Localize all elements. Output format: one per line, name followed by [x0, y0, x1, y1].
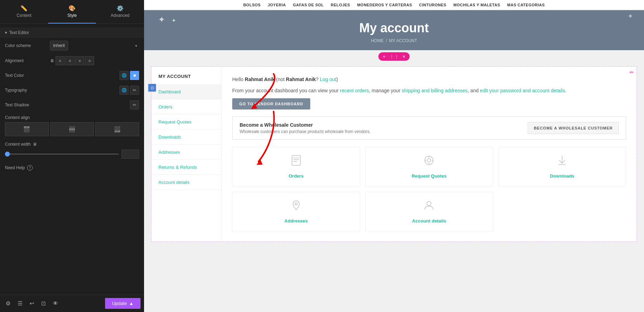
card-request-quotes[interactable]: Request Quotes	[365, 147, 493, 186]
align-center-btn[interactable]: ≡	[65, 56, 74, 65]
quotes-card-label: Request Quotes	[412, 173, 447, 179]
content-width-section: Content width 🖥	[0, 139, 144, 161]
align-left-btn[interactable]: ≡	[56, 56, 65, 65]
color-scheme-select[interactable]: Inherit	[50, 41, 68, 51]
update-btn-label: Update	[112, 301, 127, 306]
tab-content[interactable]: ✏️ Content	[0, 0, 48, 24]
sidebar-item-orders[interactable]: Orders	[151, 99, 221, 114]
vendor-dashboard-button[interactable]: GO TO VENDOR DASHBOARD	[232, 98, 310, 109]
vendor-btn-label: GO TO VENDOR DASHBOARD	[239, 102, 303, 106]
text-color-global-btn[interactable]: 🌐	[119, 71, 129, 80]
nav-cinturones[interactable]: CINTURONES	[419, 3, 447, 7]
left-panel: ✏️ Content 🎨 Style ⚙️ Advanced ▾ Text Ed…	[0, 0, 144, 312]
card-addresses[interactable]: Addresses	[232, 192, 360, 231]
downloads-card-icon	[506, 154, 619, 169]
sidebar-link-downloads[interactable]: Downloads	[158, 134, 181, 140]
wholesale-box: Become a Wholesale Customer Wholesale cu…	[232, 117, 626, 140]
desc-text: From your account dashboard you can view…	[232, 88, 340, 93]
typography-global-btn[interactable]: 🌐	[119, 86, 129, 95]
content-width-slider[interactable]	[5, 153, 119, 155]
content-align-top[interactable]	[5, 122, 49, 136]
content-width-text: Content width	[5, 142, 31, 147]
sidebar-item-addresses[interactable]: Addresses	[151, 145, 221, 160]
edit-pencil-icon[interactable]: ✏	[630, 69, 634, 75]
typography-label: Typography	[5, 88, 47, 93]
elementor-add-icon[interactable]: +	[383, 54, 385, 59]
nav-mas-cat[interactable]: MAS CATEGORIAS	[507, 3, 545, 7]
site-content: ⊡ MY ACCOUNT Dashboard Orders	[144, 63, 644, 312]
align-right-btn[interactable]: ≡	[75, 56, 84, 65]
text-color-picker-btn[interactable]: ■	[130, 71, 139, 80]
content-align-bottom[interactable]	[95, 122, 139, 136]
elementor-close-icon[interactable]: ×	[403, 54, 405, 59]
text-color-control: 🌐 ■	[50, 71, 139, 80]
logout-link[interactable]: Log out	[320, 77, 337, 82]
content-width-value[interactable]	[122, 150, 139, 159]
preview-footer-icon[interactable]: 👁	[51, 298, 60, 309]
recent-orders-link[interactable]: recent orders	[340, 88, 369, 93]
question-text: ?	[316, 77, 320, 82]
period-text: .	[565, 88, 566, 93]
card-downloads[interactable]: Downloads	[498, 147, 626, 186]
align-justify-btn[interactable]: ≡	[85, 56, 94, 65]
wholesale-title: Become a Wholesale Customer	[240, 122, 371, 128]
layers-footer-icon[interactable]: ☰	[15, 298, 25, 309]
nav-bolsos[interactable]: BOLSOS	[243, 3, 260, 7]
card-orders[interactable]: Orders	[232, 147, 360, 186]
advanced-icon: ⚙️	[117, 5, 124, 12]
content-width-label: Content width 🖥	[5, 142, 139, 147]
help-icon[interactable]: ?	[27, 165, 33, 171]
elementor-toolbar-inner: + ⋮⋮ ×	[378, 52, 409, 61]
section-arrow: ▾	[5, 30, 7, 35]
alignment-control: 🖥 ≡ ≡ ≡ ≡	[50, 56, 139, 65]
wholesale-cta-button[interactable]: BECOME A WHOLESALE CUSTOMER	[528, 122, 619, 134]
nav-joyeria[interactable]: JOYERIA	[268, 3, 286, 7]
site-navigation: BOLSOS JOYERIA GAFAS DE SOL RELOJES MONE…	[144, 0, 644, 10]
nav-gafas[interactable]: GAFAS DE SOL	[293, 3, 324, 7]
sidebar-item-downloads[interactable]: Downloads	[151, 130, 221, 145]
responsive-footer-icon[interactable]: ⊡	[39, 298, 48, 309]
not-text: (not	[275, 77, 286, 82]
nav-mochilas[interactable]: MOCHILAS Y MALETAS	[453, 3, 500, 7]
sidebar-link-dashboard[interactable]: Dashboard	[158, 89, 181, 94]
typography-control: 🌐 ✏	[50, 86, 139, 95]
section-title[interactable]: ▾ Text Editor	[0, 27, 144, 38]
tab-advanced[interactable]: ⚙️ Advanced	[96, 0, 144, 24]
card-account-details[interactable]: Account details	[365, 192, 493, 231]
edit-password-link[interactable]: edit your password and account details	[480, 88, 565, 93]
content-align-middle[interactable]	[50, 122, 94, 136]
breadcrumb-home: HOME	[371, 38, 384, 43]
nav-monederos[interactable]: MONEDEROS Y CARTERAS	[357, 3, 412, 7]
style-icon: 🎨	[69, 5, 76, 12]
content-align-options	[5, 122, 139, 136]
and-text: , and	[468, 88, 480, 93]
sidebar-link-returns[interactable]: Returns & Refunds	[158, 165, 197, 170]
sidebar-link-orders[interactable]: Orders	[158, 104, 173, 109]
sidebar-item-dashboard[interactable]: Dashboard	[151, 84, 221, 99]
sparkle-1: ✦	[158, 15, 165, 25]
edit-column-btn[interactable]: ⊡	[148, 84, 156, 92]
update-chevron-icon: ▲	[129, 301, 134, 306]
text-shadow-edit-btn[interactable]: ✏	[130, 100, 139, 109]
panel-tabs: ✏️ Content 🎨 Style ⚙️ Advanced	[0, 0, 144, 24]
nav-relojes[interactable]: RELOJES	[331, 3, 350, 7]
sidebar-title: MY ACCOUNT	[151, 74, 221, 84]
account-sidebar: MY ACCOUNT Dashboard Orders Request Quot…	[151, 67, 222, 241]
shipping-billing-link[interactable]: shipping and billing addresses	[402, 88, 468, 93]
history-footer-icon[interactable]: ↩	[27, 298, 36, 309]
elementor-move-icon[interactable]: ⋮⋮	[389, 54, 399, 59]
settings-footer-icon[interactable]: ⚙	[4, 298, 13, 309]
sidebar-link-request-quotes[interactable]: Request Quotes	[158, 119, 191, 125]
sidebar-item-account-details[interactable]: Account details	[151, 175, 221, 190]
sidebar-item-returns[interactable]: Returns & Refunds	[151, 160, 221, 175]
breadcrumb: HOME / MY ACCOUNT	[151, 38, 637, 43]
sidebar-link-account-details[interactable]: Account details	[158, 180, 189, 185]
typography-edit-btn[interactable]: ✏	[130, 86, 139, 95]
text-shadow-control: ✏	[50, 100, 139, 109]
sidebar-item-request-quotes[interactable]: Request Quotes	[151, 114, 221, 130]
update-button[interactable]: Update ▲	[105, 298, 141, 309]
sidebar-link-addresses[interactable]: Addresses	[158, 150, 180, 155]
panel-footer: ⚙ ☰ ↩ ⊡ 👁 Update ▲	[0, 294, 144, 312]
tab-style[interactable]: 🎨 Style	[48, 0, 96, 24]
account-section-wrapper: ⊡ MY ACCOUNT Dashboard Orders	[151, 66, 637, 242]
